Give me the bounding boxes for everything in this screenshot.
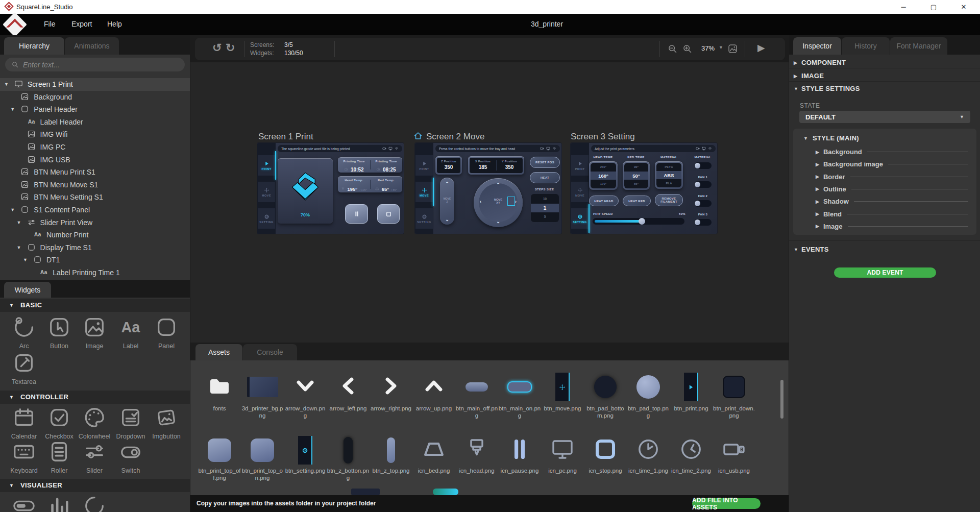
tree-row[interactable]: AaNumber Print [0,229,190,241]
tree-row[interactable]: AaLabel Printing Time 1 [0,266,190,279]
asset-partial-thumb[interactable] [433,489,458,495]
slider-knob[interactable] [639,218,645,225]
tab-history[interactable]: History [842,37,890,55]
screen2-menu-move[interactable]: MOVE [415,182,433,202]
asset-btn_move.png[interactable] [541,371,584,403]
add-file-into-assets-button[interactable]: ADD FILE INTO ASSETS [692,498,761,509]
tab-console[interactable]: Console [243,344,297,360]
asset-btn_main_on.png[interactable] [498,371,541,403]
widget-panel[interactable]: Panel [149,315,184,350]
expander-icon[interactable]: ▼ [4,82,9,87]
heat-head-button[interactable]: HEAT HEAD [589,196,619,206]
hierarchy-search-input[interactable]: Enter text... [5,58,185,71]
zoom-in-icon[interactable] [682,43,693,54]
screen3-title[interactable]: Screen 3 Setting [571,132,635,142]
widget-image[interactable]: Image [77,315,112,350]
widget-roller[interactable]: Roller [41,440,77,474]
style-item-background[interactable]: ▶Background [793,148,976,156]
tab-inspector[interactable]: Inspector [793,37,841,55]
asset-partial-thumb[interactable] [351,489,380,495]
screen1-menu-print[interactable]: PRINT [258,155,275,176]
redo-icon[interactable]: ↻ [226,41,235,55]
screen1-title[interactable]: Screen 1 Print [258,132,313,142]
head-temp-roller[interactable]: 230° 160° 170° [589,161,618,190]
pause-button[interactable] [345,204,368,224]
tree-row[interactable]: BTN Menu Print S1 [0,166,190,179]
undo-icon[interactable]: ↺ [212,41,222,55]
asset-icn_usb.png[interactable] [713,434,755,467]
asset-arrow_left.png[interactable] [327,371,370,403]
menu-help[interactable]: Help [107,20,122,28]
play-button[interactable]: ▶ [757,42,765,54]
tree-row[interactable]: ▼Panel Header [0,103,190,116]
stop-button[interactable] [377,204,400,224]
asset-icn_head.png[interactable] [455,434,498,467]
tree-row[interactable]: ▼Display Time S1 [0,241,190,254]
widget-slider[interactable]: Slider [77,440,112,474]
asset-arrow_up.png[interactable] [412,371,455,403]
style-item-image[interactable]: ▶Image [793,223,976,230]
expander-icon[interactable]: ▼ [17,245,21,250]
widget-button[interactable]: Button [41,315,77,350]
screen3-thumbnail[interactable]: PRINT MOVE SETTING Adjust the print para… [571,143,717,234]
steps-size-roller[interactable]: 10 1 5 [531,194,559,222]
fit-view-icon[interactable] [727,43,738,54]
widget-calendar[interactable]: Calendar [6,406,42,440]
close-button[interactable]: ✕ [952,0,975,14]
tree-row[interactable]: BTN Menu Move S1 [0,179,190,191]
widget-label[interactable]: AaLabel [113,315,149,350]
screen3-menu-print[interactable]: PRINT [571,155,589,176]
expander-icon[interactable]: ▼ [10,107,15,112]
state-dropdown[interactable]: DEFAULT ▼ [799,111,970,123]
tree-row[interactable]: ▼Screen 1 Print [0,78,190,91]
expander-icon[interactable]: ▼ [10,207,15,212]
heat-bed-button[interactable]: HEAT BED [623,196,651,206]
asset-icn_time_2.png[interactable] [670,434,713,467]
asset-btn_print.png[interactable] [670,371,713,403]
widget-colorwheel[interactable]: Colorwheel [77,406,112,440]
switch-fan-3[interactable] [694,219,712,226]
material-roller[interactable]: PETG ABS PLA [655,161,683,189]
widget-arc[interactable]: Arc [6,315,42,350]
asset-arrow_right.png[interactable] [370,371,412,403]
asset-btn_main_off.png[interactable] [455,371,498,403]
maximize-button[interactable]: ▢ [922,0,945,14]
remove-filament-button[interactable]: REMOVE FILAMENT [655,194,683,206]
switch-fan-2[interactable] [694,200,712,207]
menu-file[interactable]: File [44,20,56,28]
screen3-menu-move[interactable]: MOVE [571,182,589,202]
asset-icn_pc.png[interactable] [541,434,584,467]
tab-assets[interactable]: Assets [195,344,242,360]
asset-btn_pad_top.png[interactable] [627,371,670,403]
asset-icn_bed.png[interactable] [412,434,455,467]
tree-row[interactable]: ▼DT1 [0,254,190,266]
widget-keyboard[interactable]: Keyboard [6,440,42,474]
style-item-background-image[interactable]: ▶Background image [793,160,976,168]
heat-button[interactable]: HEAT [530,172,560,183]
zoom-dropdown-icon[interactable]: ▼ [719,45,723,50]
tab-animations[interactable]: Animations [65,37,119,55]
tree-row[interactable]: BTN Menu Setting S1 [0,191,190,204]
asset-btn_pad_bottom.png[interactable] [584,371,627,403]
asset-btn_print_down.png[interactable] [713,371,755,403]
menu-export[interactable]: Export [71,20,92,28]
asset-icn_stop.png[interactable] [584,434,627,467]
screen2-menu-print[interactable]: PRINT [415,155,433,176]
zoom-level[interactable]: 37% [701,44,715,52]
asset-fonts[interactable] [198,371,241,403]
asset-btn_print_top_off.png[interactable] [198,434,241,467]
switch-material[interactable] [694,162,712,169]
screen1-menu-move[interactable]: MOVE [258,182,275,202]
section-header-basic[interactable]: ▼BASIC [0,299,190,312]
zoom-out-icon[interactable] [667,43,678,54]
bed-temp-roller[interactable]: 90° 50° 55° [623,161,650,190]
widget-spinner[interactable] [77,494,112,512]
section-header-controller[interactable]: ▼CONTROLLER [0,391,190,404]
style-item-outline[interactable]: ▶Outline [793,185,976,193]
print-speed-slider[interactable] [593,218,684,225]
asset-btn_setting.png[interactable] [284,434,327,467]
widget-dropdown[interactable]: Dropdown [113,406,149,440]
asset-btn_z_botton.png[interactable] [327,434,370,467]
screen3-menu-setting[interactable]: SETTING [571,208,589,229]
tree-row[interactable]: ▼S1 Content Panel [0,204,190,216]
